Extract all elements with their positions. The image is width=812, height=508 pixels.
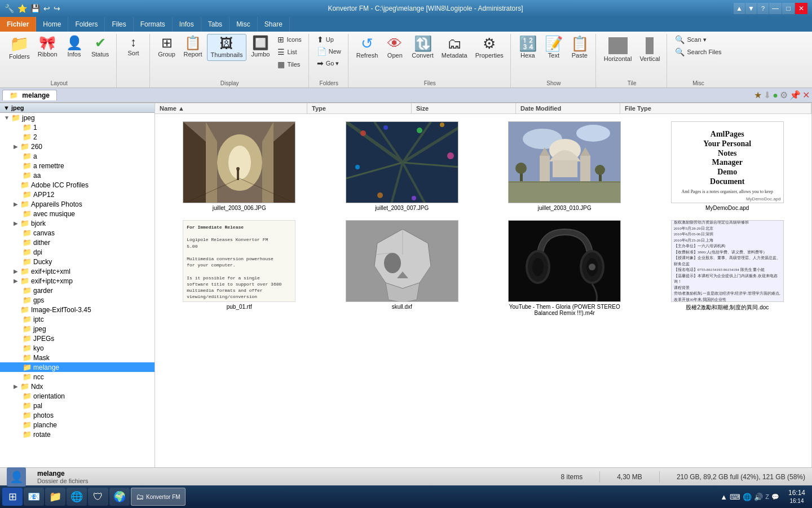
- tree-item-kyo[interactable]: 📁 kyo: [0, 343, 155, 353]
- infos-button[interactable]: 👤 Infos: [62, 34, 87, 60]
- tree-item-260[interactable]: ▶ 📁 260: [0, 142, 155, 151]
- col-filetype-header[interactable]: File Type: [620, 103, 811, 113]
- tree-item-jpeg[interactable]: ▼ 📁 jpeg: [0, 113, 155, 122]
- tree-item-photos[interactable]: 📁 photos: [0, 410, 155, 420]
- col-name-header[interactable]: Name ▲: [155, 103, 307, 113]
- scan-button[interactable]: 🔍 Scan ▾: [672, 34, 725, 45]
- tree-item-pal[interactable]: 📁 pal: [0, 401, 155, 410]
- tree-item-bjork[interactable]: ▶ 📁 bjork: [0, 218, 155, 228]
- search-files-button[interactable]: 🔍 Search Files: [672, 46, 725, 58]
- tree-item-exif1[interactable]: ▶ 📁 exif+iptc+xml: [0, 266, 155, 276]
- toolbar-icon-4[interactable]: ⚙: [780, 90, 788, 100]
- tree-item-jpegs[interactable]: 📁 JPEGs: [0, 334, 155, 343]
- minimize-btn[interactable]: —: [769, 3, 782, 14]
- toolbar-icon-3[interactable]: ●: [773, 90, 778, 100]
- taskbar-app-mail[interactable]: 📧: [24, 488, 44, 506]
- tree-item-mask[interactable]: 📁 Mask: [0, 353, 155, 362]
- tree-item-avec-musique[interactable]: 📁 avec musique: [0, 209, 155, 218]
- window-controls[interactable]: ▲ ▼ ? — □ ✕: [734, 3, 807, 14]
- jumbo-button[interactable]: 🔲 Jumbo: [248, 34, 273, 60]
- menu-files[interactable]: Files: [105, 17, 133, 32]
- tree-item-canvas[interactable]: 📁 canvas: [0, 228, 155, 238]
- tree-item-image-exif[interactable]: 📁 Image-ExifTool-3.45: [0, 305, 155, 314]
- tiles-button[interactable]: ▦ Tiles: [274, 59, 304, 70]
- text-button[interactable]: 📝 Text: [541, 34, 566, 61]
- tree-item-garder[interactable]: 📁 garder: [0, 286, 155, 295]
- status-button[interactable]: ✔ Status: [88, 34, 113, 60]
- taskbar-app-browser[interactable]: 🌐: [67, 488, 87, 506]
- toolbar-icon-1[interactable]: ★: [754, 90, 762, 100]
- thumb-rtf[interactable]: For Immediate Release Logipole Releases …: [160, 217, 319, 319]
- menu-fichier[interactable]: Fichier: [0, 17, 36, 32]
- close-btn[interactable]: ✕: [795, 3, 807, 14]
- thumb-chinese-doc[interactable]: 股权激励暨劳动力资源合理定位高级研修班 2010年5月28-29日 北京 201…: [648, 217, 807, 319]
- sort-button[interactable]: ↕ Sort: [121, 34, 146, 59]
- menu-folders[interactable]: Folders: [68, 17, 105, 32]
- horizontal-button[interactable]: Horizontal: [601, 34, 636, 64]
- go-button[interactable]: ➡ Go ▾: [314, 58, 345, 69]
- tree-item-planche[interactable]: 📁 planche: [0, 420, 155, 430]
- tree-item-app12[interactable]: 📁 APP12: [0, 190, 155, 199]
- maximize-btn[interactable]: □: [782, 3, 795, 14]
- tree-item-orientation[interactable]: 📁 orientation: [0, 391, 155, 401]
- tree-item-ncc[interactable]: 📁 ncc: [0, 372, 155, 382]
- thumbnails-button[interactable]: 🖼 Thumbnails: [207, 34, 247, 61]
- thumb-skull[interactable]: skull.dxf: [323, 217, 482, 319]
- thumb-juillet-007[interactable]: juillet_2003_007.JPG: [323, 119, 482, 214]
- tree-item-melange[interactable]: 📁 melange: [0, 362, 155, 372]
- taskbar-app-globe[interactable]: 🌍: [109, 488, 130, 506]
- help-btn[interactable]: ?: [757, 3, 769, 14]
- tree-item-rotate[interactable]: 📁 rotate: [0, 430, 155, 439]
- tree-item-adobe[interactable]: 📁 Adobe ICC Profiles: [0, 180, 155, 190]
- toolbar-icon-2[interactable]: ⬇: [764, 90, 771, 100]
- tree-item-dpi[interactable]: 📁 dpi: [0, 247, 155, 257]
- menu-infos[interactable]: Infos: [173, 17, 201, 32]
- tree-item-dither[interactable]: 📁 dither: [0, 238, 155, 247]
- list-button[interactable]: ☰ List: [274, 46, 304, 58]
- col-size-header[interactable]: Size: [412, 103, 516, 113]
- menu-formats[interactable]: Formats: [134, 17, 173, 32]
- icons-button[interactable]: ⊞ Icons: [274, 34, 304, 45]
- tree-item-a-remettre[interactable]: 📁 a remettre: [0, 161, 155, 170]
- thumb-juillet-010[interactable]: juillet_2003_010.JPG: [485, 119, 645, 214]
- toolbar-icon-6[interactable]: ✕: [802, 90, 810, 100]
- vertical-button[interactable]: Vertical: [636, 34, 663, 64]
- refresh-button[interactable]: ↺ Refresh: [353, 34, 382, 61]
- tree-item-a[interactable]: 📁 a: [0, 151, 155, 161]
- ribbon-button[interactable]: 🎀 Ribbon: [34, 34, 61, 60]
- menu-share[interactable]: Share: [258, 17, 290, 32]
- nav-up-btn[interactable]: ▲: [734, 3, 745, 14]
- taskbar-app-folder[interactable]: 📁: [45, 488, 65, 506]
- open-button[interactable]: 👁 Open: [382, 34, 407, 61]
- col-type-header[interactable]: Type: [307, 103, 412, 113]
- convert-button[interactable]: 🔃 Convert: [408, 34, 437, 61]
- tab-melange[interactable]: 📁 melange: [2, 90, 57, 100]
- menu-misc[interactable]: Misc: [230, 17, 258, 32]
- paste-button[interactable]: 📋 Paste: [567, 34, 592, 61]
- report-button[interactable]: 📋 Report: [180, 34, 206, 60]
- tree-item-exif2[interactable]: ▶ 📁 exif+iptc+xmp: [0, 276, 155, 286]
- tree-item-aa[interactable]: 📁 aa: [0, 170, 155, 180]
- tree-item-1[interactable]: 📁 1: [0, 122, 155, 132]
- new-button[interactable]: 📄 New: [314, 46, 345, 57]
- hexa-button[interactable]: 🔢 Hexa: [515, 34, 540, 61]
- toolbar-icon-5[interactable]: 📌: [789, 90, 801, 100]
- tree-item-iptc[interactable]: 📁 iptc: [0, 314, 155, 324]
- properties-button[interactable]: ⚙ Properties: [472, 34, 507, 61]
- group-button[interactable]: ⊞ Group: [155, 34, 179, 60]
- thumb-aml[interactable]: AmlPagesYour PersonalNotesManagerDemoDoc…: [648, 119, 807, 214]
- folders-button[interactable]: 📁 Folders: [6, 34, 33, 62]
- tree-item-2[interactable]: 📁 2: [0, 132, 155, 142]
- thumb-headphones[interactable]: YouTube - Them - Gloria (POWER STEREO Ba…: [485, 217, 645, 319]
- metadata-button[interactable]: 🗂 Metadata: [438, 34, 471, 61]
- tree-item-ducky[interactable]: 📁 Ducky: [0, 257, 155, 266]
- tree-item-appareils[interactable]: ▶ 📁 Appareils Photos: [0, 199, 155, 209]
- start-button[interactable]: ⊞: [2, 488, 23, 506]
- tree-item-gps[interactable]: 📁 gps: [0, 295, 155, 305]
- taskbar-app-security[interactable]: 🛡: [88, 488, 108, 506]
- taskbar-konvertor-app[interactable]: 🗂 Konvertor FM: [131, 488, 186, 506]
- menu-home[interactable]: Home: [36, 17, 68, 32]
- up-button[interactable]: ⬆ Up: [314, 34, 345, 45]
- col-date-header[interactable]: Date Modified: [516, 103, 620, 113]
- menu-tabs[interactable]: Tabs: [201, 17, 230, 32]
